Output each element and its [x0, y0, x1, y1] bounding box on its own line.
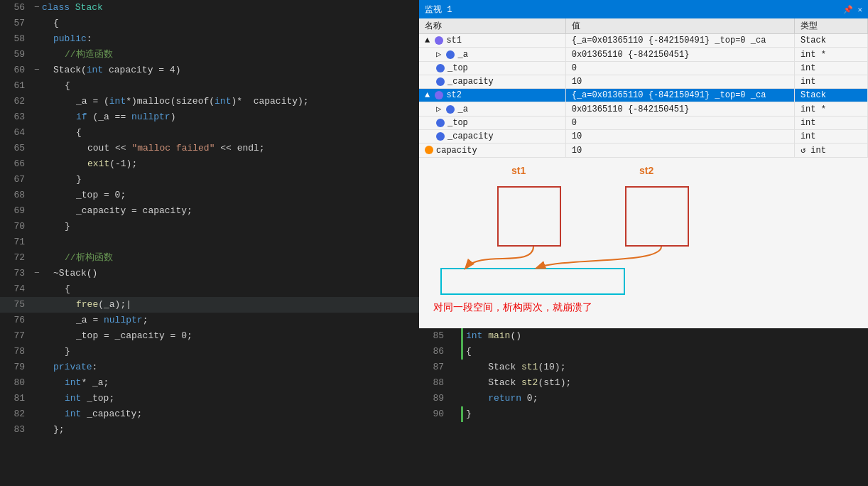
watch-row[interactable]: ▷ _a 0x01365110 {-842150451} int * — [419, 102, 868, 117]
code-content: class Stack — [42, 0, 103, 16]
box-st1 — [497, 186, 561, 247]
code-line-68: 68 _top = 0; — [0, 188, 419, 203]
code-content: { — [42, 281, 70, 297]
code-content: Stack st1(10); — [463, 360, 565, 375]
line-number: 57 — [0, 16, 32, 31]
line-number: 78 — [0, 344, 32, 360]
code-content: _top = _capacity = 0; — [42, 328, 192, 344]
col-value: 值 — [565, 18, 794, 34]
watch-type: ↺ int — [794, 144, 867, 158]
error-text: 对同一段空间，析构两次，就崩溃了 — [433, 301, 592, 314]
line-number: 88 — [419, 375, 451, 391]
fold-icon[interactable]: − — [32, 266, 42, 281]
line-number: 69 — [0, 203, 32, 219]
watch-name: _top — [419, 62, 565, 75]
code-content: { — [463, 344, 472, 360]
code-content: _a = (int*)malloc(sizeof(int)* capacity)… — [42, 94, 309, 109]
line-number: 56 — [0, 0, 32, 16]
watch-row[interactable]: ▷ _a 0x01365110 {-842150451} int * — [419, 48, 868, 62]
code-line-61: 61 { — [0, 78, 419, 94]
watch-row[interactable]: ▲ st1 {_a=0x01365110 {-842150491} _top=0… — [419, 34, 868, 48]
code-content: _a = nullptr; — [42, 313, 148, 328]
watch-name: _capacity — [419, 130, 565, 144]
watch-name: ▲ st2 — [419, 89, 565, 102]
code-content: exit(-1); — [42, 156, 137, 172]
fold-icon[interactable]: − — [32, 0, 42, 16]
line-number: 70 — [0, 219, 32, 234]
code-content: } — [42, 219, 70, 234]
watch-name: capacity — [419, 144, 565, 158]
right-panel: 监视 1 📌 ✕ 名称 值 类型 ▲ st1 {_a=0x01365110 {-… — [419, 0, 868, 486]
code-content: } — [42, 344, 70, 360]
watch-row[interactable]: _capacity 10 int — [419, 75, 868, 89]
line-number: 67 — [0, 172, 32, 188]
code-content: int _top; — [42, 391, 114, 406]
code-content: } — [463, 406, 472, 422]
line-number: 68 — [0, 188, 32, 203]
code-content: Stack st2(st1); — [463, 375, 571, 391]
label-st2: st2 — [639, 165, 653, 176]
watch-value: 0x01365110 {-842150451} — [565, 48, 794, 62]
watch-name: ▷ _a — [419, 102, 565, 117]
watch-header[interactable]: 监视 1 📌 ✕ — [419, 0, 868, 18]
code-line-80: 80 int* _a; — [0, 375, 419, 391]
line-number: 60 — [0, 63, 32, 78]
watch-type: int * — [794, 48, 867, 62]
line-number: 58 — [0, 31, 32, 47]
code-content: int _capacity; — [42, 406, 142, 422]
watch-value: {_a=0x01365110 {-842150491} _top=0 _ca — [565, 34, 794, 48]
code-content: Stack(int capacity = 4) — [42, 63, 180, 78]
code-content: //析构函数 — [42, 250, 113, 266]
code-line-72: 72 //析构函数 — [0, 250, 419, 266]
watch-value: 10 — [565, 75, 794, 89]
code-line-74: 74 { — [0, 281, 419, 297]
line-number: 63 — [0, 109, 32, 125]
bottom-code-line-88: 88 Stack st2(st1); — [419, 375, 868, 391]
code-content: { — [42, 125, 82, 141]
line-number: 82 — [0, 406, 32, 422]
watch-value: 10 — [565, 130, 794, 144]
close-icon[interactable]: ✕ — [857, 5, 862, 14]
code-content: int main() — [463, 328, 521, 344]
line-number: 85 — [419, 328, 451, 344]
watch-value: 0 — [565, 62, 794, 75]
code-content: { — [42, 16, 59, 31]
watch-table-header: 名称 值 类型 — [419, 18, 868, 34]
pin-icon[interactable]: 📌 — [843, 5, 853, 14]
watch-row[interactable]: ▲ st2 {_a=0x01365110 {-842150491} _top=0… — [419, 89, 868, 102]
code-line-69: 69 _capacity = capacity; — [0, 203, 419, 219]
line-number: 72 — [0, 250, 32, 266]
line-number: 79 — [0, 360, 32, 375]
code-line-76: 76 _a = nullptr; — [0, 313, 419, 328]
line-number: 76 — [0, 313, 32, 328]
watch-value: 10 — [565, 144, 794, 158]
watch-value: 0 — [565, 117, 794, 130]
watch-row[interactable]: _capacity 10 int — [419, 130, 868, 144]
code-content: //构造函数 — [42, 47, 113, 63]
watch-row[interactable]: _top 0 int — [419, 62, 868, 75]
line-number: 90 — [419, 406, 451, 422]
bottom-code-line-89: 89 return 0; — [419, 391, 868, 406]
watch-header-icons: 📌 ✕ — [843, 5, 862, 14]
watch-window: 监视 1 📌 ✕ 名称 值 类型 ▲ st1 {_a=0x01365110 {-… — [419, 0, 868, 158]
box-st2 — [625, 186, 689, 247]
line-number: 83 — [0, 422, 32, 438]
fold-icon[interactable]: − — [32, 63, 42, 78]
label-st1: st1 — [511, 165, 526, 176]
code-content: cout << "malloc failed" << endl; — [42, 141, 265, 156]
line-number: 89 — [419, 391, 451, 406]
bottom-code-panel: 85 int main() 86 { 87 Stack st1(10); 88 … — [419, 328, 868, 486]
line-number: 61 — [0, 78, 32, 94]
line-number: 75 — [0, 297, 32, 313]
code-line-60: 60 − Stack(int capacity = 4) — [0, 63, 419, 78]
code-line-70: 70 } — [0, 219, 419, 234]
code-line-66: 66 exit(-1); — [0, 156, 419, 172]
code-line-71: 71 — [0, 234, 419, 250]
box-heap — [440, 268, 625, 295]
code-line-79: 79 private: — [0, 360, 419, 375]
code-content: } — [42, 172, 82, 188]
watch-row[interactable]: capacity 10 ↺ int — [419, 144, 868, 158]
line-number: 66 — [0, 156, 32, 172]
watch-row[interactable]: _top 0 int — [419, 117, 868, 130]
code-content: public: — [42, 31, 92, 47]
